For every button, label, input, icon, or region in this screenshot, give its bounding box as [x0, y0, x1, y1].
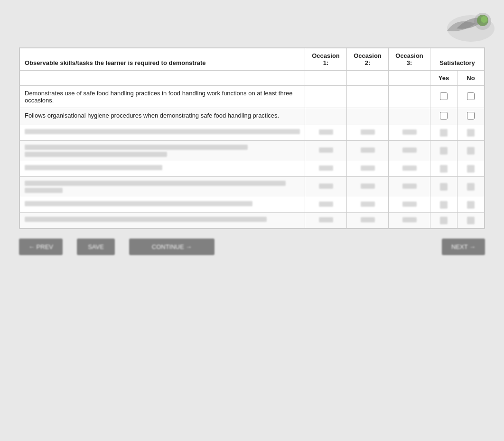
- skills-subheader: [20, 71, 305, 86]
- occasion2-cell: [347, 108, 389, 125]
- yes-checkbox-cell-blurred: [430, 197, 457, 213]
- table-row: [20, 177, 485, 197]
- yes-subheader: Yes: [430, 71, 457, 86]
- no-checkbox[interactable]: [467, 92, 475, 100]
- no-checkbox-cell[interactable]: [457, 108, 485, 125]
- occasion3-cell: [389, 213, 430, 229]
- occasion1-subheader: [305, 71, 347, 86]
- occasion2-cell: [347, 141, 389, 161]
- no-subheader: No: [457, 71, 485, 86]
- skill-description-blurred: [20, 141, 305, 161]
- no-checkbox-cell-blurred: [457, 177, 485, 197]
- occasion3-subheader: [389, 71, 430, 86]
- table-row: [20, 125, 485, 141]
- occasion2-cell: [347, 213, 389, 229]
- footer-bar: ← PREV SAVE CONTINUE → NEXT →: [19, 239, 485, 255]
- occasion3-cell: [389, 108, 430, 125]
- occasion1-header: Occasion 1:: [305, 48, 347, 71]
- table-row: Follows organisational hygiene procedure…: [20, 108, 485, 125]
- skill-description-blurred: [20, 161, 305, 177]
- occasion3-cell: [389, 86, 430, 108]
- save-button[interactable]: SAVE: [77, 239, 115, 255]
- occasion2-cell: [347, 125, 389, 141]
- satisfactory-header: Satisfactory: [430, 48, 485, 71]
- no-checkbox-cell-blurred: [457, 213, 485, 229]
- svg-point-3: [481, 16, 487, 23]
- skill-description-blurred: [20, 177, 305, 197]
- prev-button[interactable]: ← PREV: [19, 239, 63, 255]
- logo-icon: [409, 7, 495, 45]
- occasion3-cell: [389, 141, 430, 161]
- table-row: [20, 141, 485, 161]
- skill-description-blurred: [20, 197, 305, 213]
- occasion1-cell: [305, 86, 347, 108]
- skills-table: Observable skills/tasks the learner is r…: [19, 48, 485, 229]
- no-checkbox-cell[interactable]: [457, 86, 485, 108]
- no-checkbox-cell-blurred: [457, 197, 485, 213]
- yes-checkbox-cell-blurred: [430, 125, 457, 141]
- occasion1-cell: [305, 108, 347, 125]
- occasion1-cell: [305, 197, 347, 213]
- occasion2-cell: [347, 86, 389, 108]
- yes-checkbox-cell[interactable]: [430, 86, 457, 108]
- yes-checkbox[interactable]: [440, 112, 448, 119]
- occasion1-cell: [305, 141, 347, 161]
- skill-description: Demonstrates use of safe food handling p…: [20, 86, 305, 108]
- no-checkbox[interactable]: [467, 112, 475, 119]
- yes-checkbox-cell-blurred: [430, 213, 457, 229]
- no-checkbox-cell-blurred: [457, 161, 485, 177]
- skill-description: Follows organisational hygiene procedure…: [20, 108, 305, 125]
- yes-checkbox-cell-blurred: [430, 141, 457, 161]
- table-row: [20, 213, 485, 229]
- occasion1-cell: [305, 161, 347, 177]
- yes-checkbox-cell[interactable]: [430, 108, 457, 125]
- occasion2-cell: [347, 197, 389, 213]
- yes-checkbox-cell-blurred: [430, 177, 457, 197]
- table-row: [20, 197, 485, 213]
- yes-checkbox[interactable]: [440, 92, 448, 100]
- skill-description-blurred: [20, 213, 305, 229]
- continue-button[interactable]: CONTINUE →: [129, 239, 215, 255]
- no-checkbox-cell-blurred: [457, 141, 485, 161]
- skills-column-header: Observable skills/tasks the learner is r…: [20, 48, 305, 71]
- next-button[interactable]: NEXT →: [442, 239, 485, 255]
- occasion3-cell: [389, 197, 430, 213]
- table-row: [20, 161, 485, 177]
- skill-description-blurred: [20, 125, 305, 141]
- skills-table-container: Observable skills/tasks the learner is r…: [19, 47, 485, 229]
- occasion1-cell: [305, 177, 347, 197]
- occasion3-cell: [389, 125, 430, 141]
- occasion2-cell: [347, 161, 389, 177]
- occasion2-header: Occasion 2:: [347, 48, 389, 71]
- no-checkbox-cell-blurred: [457, 125, 485, 141]
- occasion3-header: Occasion 3:: [389, 48, 430, 71]
- occasion2-cell: [347, 177, 389, 197]
- occasion1-cell: [305, 125, 347, 141]
- table-row: Demonstrates use of safe food handling p…: [20, 86, 485, 108]
- occasion3-cell: [389, 161, 430, 177]
- occasion3-cell: [389, 177, 430, 197]
- logo-area: [400, 5, 495, 47]
- occasion2-subheader: [347, 71, 389, 86]
- occasion1-cell: [305, 213, 347, 229]
- yes-checkbox-cell-blurred: [430, 161, 457, 177]
